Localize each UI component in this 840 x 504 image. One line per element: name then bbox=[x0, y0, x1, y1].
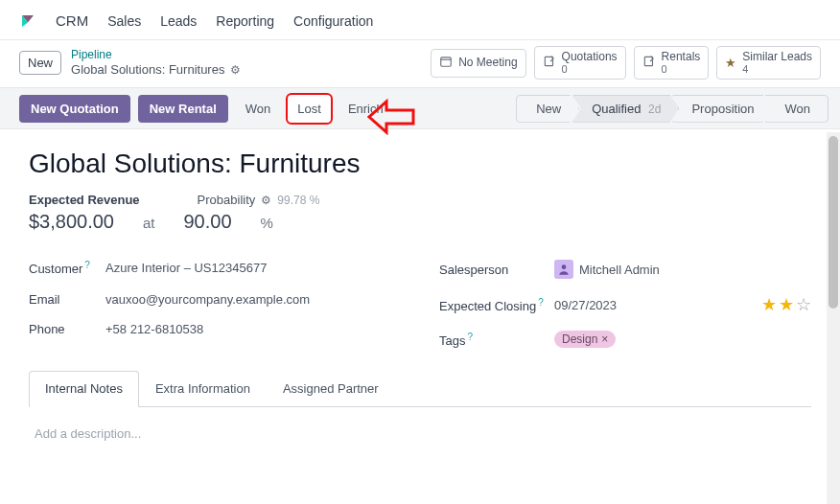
stage-qualified[interactable]: Qualified 2d bbox=[572, 95, 679, 123]
stage-won[interactable]: Won bbox=[765, 95, 829, 123]
new-quotation-button[interactable]: New Quotation bbox=[19, 95, 130, 123]
stage-new[interactable]: New bbox=[516, 95, 579, 123]
star-filled-icon: ★ bbox=[779, 294, 794, 315]
expected-closing-value[interactable]: 09/27/2023 bbox=[554, 298, 761, 312]
phone-value[interactable]: +58 212-6810538 bbox=[105, 322, 401, 336]
tag-chip[interactable]: Design × bbox=[554, 331, 616, 348]
email-label: Email bbox=[29, 292, 105, 307]
star-filled-icon: ★ bbox=[761, 294, 777, 315]
stat-meetings[interactable]: No Meeting bbox=[431, 49, 525, 78]
star-empty-icon: ☆ bbox=[796, 294, 811, 315]
app-logo-icon bbox=[19, 12, 36, 30]
scrollbar[interactable] bbox=[827, 132, 840, 504]
salesperson-label: Salesperson bbox=[439, 263, 554, 277]
tab-internal-notes[interactable]: Internal Notes bbox=[29, 371, 139, 407]
stat-meetings-label: No Meeting bbox=[458, 57, 517, 69]
stat-similar[interactable]: Similar Leads 4 bbox=[716, 46, 821, 80]
avatar bbox=[554, 260, 573, 279]
action-bar: New Quotation New Rental Won Lost Enrich… bbox=[0, 87, 840, 129]
probability-hint: 99.78 % bbox=[277, 194, 319, 207]
description-input[interactable]: Add a description... bbox=[29, 407, 811, 460]
nav-sales[interactable]: Sales bbox=[107, 13, 141, 29]
svg-rect-2 bbox=[441, 57, 452, 66]
record-title[interactable]: Global Solutions: Furnitures bbox=[29, 149, 811, 179]
stat-quotations-label: Quotations bbox=[562, 51, 618, 63]
breadcrumb-record: Global Solutions: Furnitures bbox=[71, 62, 224, 78]
lost-button[interactable]: Lost bbox=[288, 95, 331, 123]
expected-revenue-value[interactable]: $3,800.00 bbox=[29, 211, 114, 233]
at-label: at bbox=[143, 215, 155, 231]
won-button[interactable]: Won bbox=[236, 95, 281, 123]
stat-similar-label: Similar Leads bbox=[742, 51, 812, 63]
expected-revenue-label: Expected Revenue bbox=[29, 193, 140, 207]
email-value[interactable]: vauxoo@yourcompany.example.com bbox=[105, 292, 401, 307]
nav-leads[interactable]: Leads bbox=[160, 13, 197, 29]
stage-bar: New Qualified 2d Proposition Won bbox=[516, 95, 821, 123]
gear-icon[interactable] bbox=[261, 193, 271, 207]
new-rental-button[interactable]: New Rental bbox=[138, 95, 228, 123]
form-body: Global Solutions: Furnitures Expected Re… bbox=[0, 129, 840, 501]
edit-icon bbox=[543, 55, 556, 71]
scrollbar-thumb[interactable] bbox=[828, 136, 838, 309]
svg-point-5 bbox=[562, 265, 567, 270]
expected-closing-label: Expected Closing bbox=[439, 299, 536, 313]
probability-value[interactable]: 90.00 bbox=[184, 211, 232, 233]
breadcrumb-parent[interactable]: Pipeline bbox=[71, 48, 241, 62]
svg-rect-4 bbox=[644, 57, 652, 65]
tabs: Internal Notes Extra Information Assigne… bbox=[29, 371, 811, 407]
salesperson-value[interactable]: Mitchell Admin bbox=[579, 263, 660, 277]
stat-rentals[interactable]: Rentals 0 bbox=[634, 46, 710, 80]
stat-similar-count: 4 bbox=[742, 63, 812, 75]
priority-stars[interactable]: ★ ★ ☆ bbox=[761, 294, 811, 315]
help-icon[interactable]: ? bbox=[467, 332, 473, 342]
help-icon[interactable]: ? bbox=[84, 260, 90, 270]
percent-label: % bbox=[261, 215, 273, 231]
app-name[interactable]: CRM bbox=[56, 12, 88, 29]
nav-configuration[interactable]: Configuration bbox=[293, 13, 373, 29]
stat-rentals-label: Rentals bbox=[662, 51, 701, 63]
stat-rentals-count: 0 bbox=[662, 63, 701, 75]
stage-days: 2d bbox=[648, 103, 661, 116]
svg-rect-3 bbox=[545, 57, 552, 65]
star-icon bbox=[725, 56, 736, 70]
close-icon[interactable]: × bbox=[601, 332, 608, 346]
stat-quotations-count: 0 bbox=[562, 63, 618, 75]
gear-icon[interactable] bbox=[230, 62, 241, 78]
phone-label: Phone bbox=[29, 322, 105, 336]
calendar-icon bbox=[439, 55, 453, 71]
tag-chip-label: Design bbox=[562, 332, 597, 346]
tab-assigned-partner[interactable]: Assigned Partner bbox=[267, 371, 395, 406]
help-icon[interactable]: ? bbox=[538, 297, 544, 308]
customer-value[interactable]: Azure Interior – US12345677 bbox=[105, 261, 401, 275]
edit-icon bbox=[642, 55, 656, 71]
new-record-button[interactable]: New bbox=[19, 51, 61, 75]
stage-proposition[interactable]: Proposition bbox=[671, 95, 772, 123]
tab-extra-information[interactable]: Extra Information bbox=[139, 371, 267, 406]
enrich-button[interactable]: Enrich bbox=[338, 95, 393, 123]
tags-label: Tags bbox=[439, 333, 465, 348]
breadcrumb-row: New Pipeline Global Solutions: Furniture… bbox=[0, 40, 840, 87]
probability-label: Probability bbox=[198, 193, 256, 207]
nav-reporting[interactable]: Reporting bbox=[216, 13, 274, 29]
top-navbar: CRM Sales Leads Reporting Configuration bbox=[0, 0, 840, 40]
stat-quotations[interactable]: Quotations 0 bbox=[534, 46, 626, 80]
customer-label: Customer bbox=[29, 263, 82, 277]
